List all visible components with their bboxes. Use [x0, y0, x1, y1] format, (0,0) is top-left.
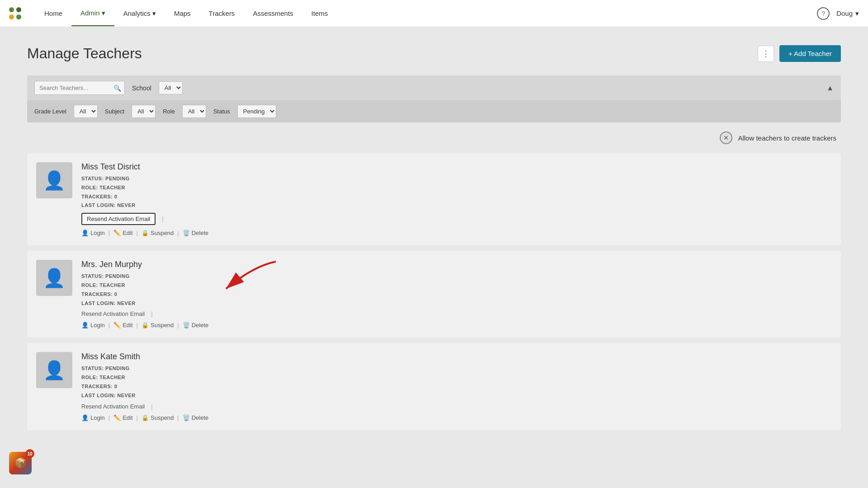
- edit-link[interactable]: ✏️ Edit: [113, 414, 132, 421]
- teacher-avatar: 👤: [36, 162, 72, 198]
- filter-bar: 🔍 School All ▲ Grade Level All Subject A…: [27, 75, 841, 122]
- suspend-link[interactable]: 🔒 Suspend: [142, 414, 174, 421]
- teacher-name: Miss Test Disrict: [81, 162, 832, 172]
- logo-dot-tl: [9, 7, 14, 12]
- subject-select[interactable]: All: [132, 105, 156, 118]
- avatar-icon: 👤: [43, 170, 66, 191]
- resend-row: Resend Activation Email |: [81, 213, 832, 225]
- grade-label: Grade Level: [34, 108, 66, 115]
- page-header: Manage Teachers ⋮ + Add Teacher: [27, 45, 841, 62]
- teacher-actions: 👤 Login | ✏️ Edit | 🔒 Suspend | 🗑️ Delet…: [81, 322, 832, 328]
- filter-row-bottom: Grade Level All Subject All Role All Sta…: [27, 100, 841, 122]
- main-content: Manage Teachers ⋮ + Add Teacher 🔍 School…: [0, 27, 868, 454]
- edit-link[interactable]: ✏️ Edit: [113, 322, 132, 328]
- badge-stack: 📦 10: [9, 452, 32, 474]
- logo[interactable]: [9, 7, 22, 20]
- role-label: Role: [163, 108, 175, 115]
- status-select[interactable]: Pending Active All: [237, 105, 276, 118]
- resend-activation-email[interactable]: Resend Activation Email: [81, 310, 145, 317]
- nav-items[interactable]: Items: [302, 1, 337, 25]
- search-input[interactable]: [34, 81, 125, 95]
- role-select[interactable]: All: [182, 105, 206, 118]
- teacher-info: Miss Test Disrict STATUS: Pending ROLE: …: [81, 162, 832, 236]
- login-link[interactable]: 👤 Login: [81, 414, 105, 421]
- teacher-info: Mrs. Jen Murphy STATUS: Pending ROLE: Te…: [81, 260, 832, 328]
- resend-activation-email-highlighted[interactable]: Resend Activation Email: [81, 213, 156, 225]
- teacher-info: Miss Kate Smith STATUS: Pending ROLE: Te…: [81, 352, 832, 421]
- grade-select[interactable]: All: [74, 105, 98, 118]
- resend-activation-email[interactable]: Resend Activation Email: [81, 403, 145, 410]
- allow-trackers-text: Allow teachers to create trackers: [738, 134, 836, 142]
- floating-badge[interactable]: 📦 10: [9, 452, 36, 479]
- nav-analytics[interactable]: Analytics ▾: [114, 1, 165, 26]
- resend-row: Resend Activation Email |: [81, 403, 832, 410]
- avatar-icon: 👤: [43, 360, 66, 381]
- login-link[interactable]: 👤 Login: [81, 230, 105, 236]
- search-wrap: 🔍: [34, 81, 125, 95]
- suspend-link[interactable]: 🔒 Suspend: [142, 230, 174, 236]
- edit-link[interactable]: ✏️ Edit: [113, 230, 132, 236]
- school-label: School: [132, 84, 151, 92]
- delete-link[interactable]: 🗑️ Delete: [183, 322, 209, 328]
- status-label: Status: [213, 108, 230, 115]
- help-button[interactable]: ?: [817, 7, 830, 20]
- suspend-link[interactable]: 🔒 Suspend: [142, 322, 174, 328]
- teacher-card: 👤 Mrs. Jen Murphy STATUS: Pending ROLE: …: [27, 251, 841, 338]
- nav-items: Home Admin ▾ Analytics ▾ Maps Trackers A…: [35, 1, 817, 26]
- logo-dot-bl: [9, 14, 14, 19]
- nav-maps[interactable]: Maps: [165, 1, 200, 25]
- user-name: Doug: [836, 9, 853, 17]
- nav-trackers[interactable]: Trackers: [200, 1, 244, 25]
- badge-count: 10: [25, 449, 34, 458]
- teacher-card: 👤 Miss Kate Smith STATUS: Pending ROLE: …: [27, 343, 841, 430]
- teacher-avatar: 👤: [36, 260, 72, 296]
- delete-link[interactable]: 🗑️ Delete: [183, 414, 209, 421]
- teacher-meta: STATUS: Pending ROLE: Teacher TRACKERS: …: [81, 174, 832, 210]
- page-title: Manage Teachers: [27, 45, 142, 62]
- teachers-list: 👤 Miss Test Disrict STATUS: Pending ROLE…: [27, 153, 841, 430]
- search-icon: 🔍: [113, 84, 121, 92]
- close-allow-trackers-button[interactable]: ✕: [720, 131, 732, 144]
- logo-dot-tr: [16, 7, 21, 12]
- user-chevron: ▾: [855, 9, 859, 18]
- allow-trackers-row: ✕ Allow teachers to create trackers: [27, 131, 841, 144]
- teacher-avatar: 👤: [36, 352, 72, 388]
- delete-link[interactable]: 🗑️ Delete: [183, 230, 209, 236]
- teacher-actions: 👤 Login | ✏️ Edit | 🔒 Suspend | 🗑️ Delet…: [81, 230, 832, 236]
- more-options-button[interactable]: ⋮: [758, 46, 774, 62]
- avatar-icon: 👤: [43, 267, 66, 289]
- nav-home[interactable]: Home: [35, 1, 71, 25]
- user-menu[interactable]: Doug ▾: [836, 9, 859, 18]
- nav-right: ? Doug ▾: [817, 7, 859, 20]
- header-actions: ⋮ + Add Teacher: [758, 45, 841, 62]
- resend-row: Resend Activation Email |: [81, 310, 832, 317]
- school-select[interactable]: All: [159, 81, 183, 94]
- logo-dot-br: [16, 14, 21, 19]
- filter-row-top: 🔍 School All ▲: [27, 75, 841, 100]
- teacher-name: Mrs. Jen Murphy: [81, 260, 832, 269]
- navbar: Home Admin ▾ Analytics ▾ Maps Trackers A…: [0, 0, 868, 27]
- login-link[interactable]: 👤 Login: [81, 322, 105, 328]
- teacher-meta: STATUS: Pending ROLE: Teacher TRACKERS: …: [81, 272, 832, 308]
- teacher-card: 👤 Miss Test Disrict STATUS: Pending ROLE…: [27, 153, 841, 245]
- collapse-button[interactable]: ▲: [826, 84, 834, 92]
- nav-admin[interactable]: Admin ▾: [71, 1, 114, 26]
- teacher-name: Miss Kate Smith: [81, 352, 832, 361]
- add-teacher-button[interactable]: + Add Teacher: [779, 45, 841, 62]
- teacher-meta: STATUS: Pending ROLE: Teacher TRACKERS: …: [81, 364, 832, 400]
- subject-label: Subject: [105, 108, 124, 115]
- nav-assessments[interactable]: Assessments: [244, 1, 302, 25]
- teacher-actions: 👤 Login | ✏️ Edit | 🔒 Suspend | 🗑️ Delet…: [81, 414, 832, 421]
